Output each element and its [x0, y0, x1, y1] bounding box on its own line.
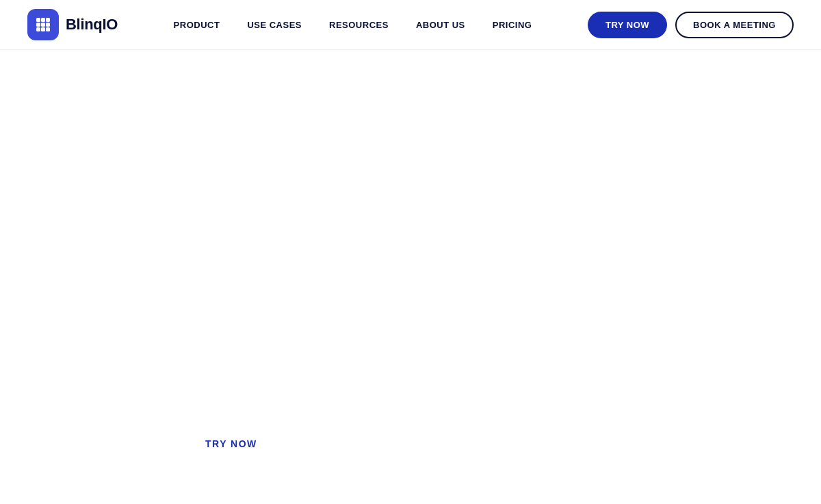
nav-item-use-cases[interactable]: USE CASES [247, 20, 302, 30]
svg-rect-7 [41, 27, 45, 31]
nav-links: PRODUCT USE CASES RESOURCES ABOUT US PRI… [174, 20, 532, 30]
svg-rect-2 [46, 18, 50, 22]
nav-item-about-us[interactable]: ABOUT US [416, 20, 465, 30]
main-content: TRY NOW [0, 50, 821, 504]
svg-rect-1 [41, 18, 45, 22]
svg-rect-0 [36, 18, 40, 22]
svg-rect-3 [36, 23, 40, 27]
nav-item-pricing[interactable]: PRICING [493, 20, 532, 30]
logo-icon [27, 9, 59, 40]
logo[interactable]: BlinqIO [27, 9, 118, 40]
svg-rect-5 [46, 23, 50, 27]
svg-rect-4 [41, 23, 45, 27]
svg-rect-6 [36, 27, 40, 31]
nav-actions: TRY NOW BOOK A MEETING [588, 12, 794, 38]
try-now-button[interactable]: TRY NOW [588, 12, 667, 38]
navbar: BlinqIO PRODUCT USE CASES RESOURCES ABOU… [0, 0, 821, 50]
book-meeting-button[interactable]: BOOK A MEETING [675, 12, 794, 38]
nav-item-resources[interactable]: RESOURCES [329, 20, 389, 30]
nav-item-product[interactable]: PRODUCT [174, 20, 220, 30]
svg-rect-8 [46, 27, 50, 31]
logo-text: BlinqIO [66, 16, 118, 34]
try-now-link[interactable]: TRY NOW [205, 438, 257, 449]
